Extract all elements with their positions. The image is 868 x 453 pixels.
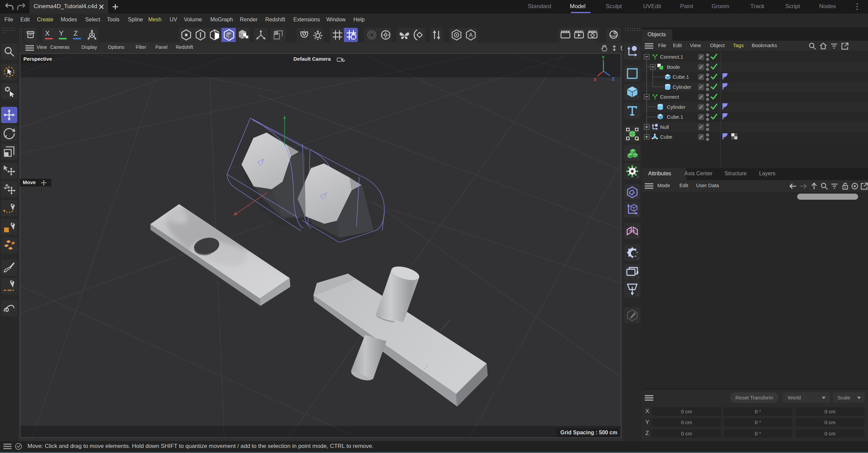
svg-text:Cube.1: Cube.1 xyxy=(667,114,683,120)
svg-text:Connect: Connect xyxy=(660,94,679,100)
svg-text:Y: Y xyxy=(602,55,605,60)
svg-text:Cylinder: Cylinder xyxy=(667,104,686,110)
svg-text:Null: Null xyxy=(660,124,669,130)
svg-text:Connect.1: Connect.1 xyxy=(660,54,683,60)
svg-text:X: X xyxy=(594,77,597,82)
svg-text:Cube.1: Cube.1 xyxy=(673,74,689,80)
svg-text:Cube: Cube xyxy=(660,134,672,140)
svg-text:Z: Z xyxy=(612,76,615,81)
svg-text:Cylinder: Cylinder xyxy=(673,84,691,90)
svg-text:A: A xyxy=(469,32,473,38)
svg-text:Boole: Boole xyxy=(667,64,680,70)
